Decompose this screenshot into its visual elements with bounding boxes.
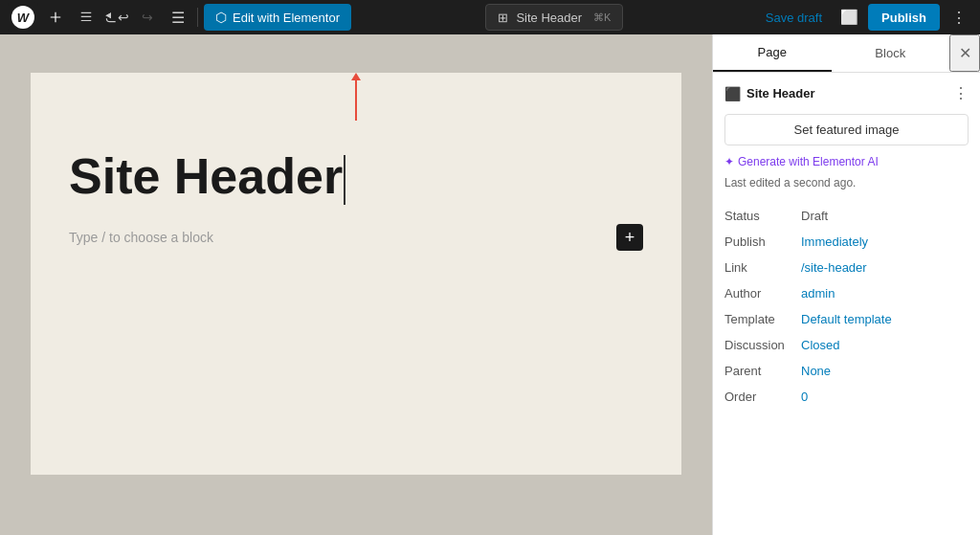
meta-table: StatusDraftPublishImmediatelyLink/site-h…	[724, 203, 969, 410]
meta-value[interactable]: Immediately	[801, 229, 969, 255]
shortcut-badge: ⌘K	[593, 11, 611, 24]
site-header-tab-label: Site Header	[516, 11, 582, 25]
site-header-icon: ⊞	[498, 11, 508, 25]
meta-row: StatusDraft	[724, 203, 969, 229]
section-title-text: Site Header	[746, 86, 815, 100]
tools-button[interactable]	[73, 4, 100, 31]
block-placeholder-row: Type / to choose a block +	[69, 224, 643, 251]
toolbar-divider	[197, 8, 198, 27]
meta-row: PublishImmediately	[724, 229, 969, 255]
page-title-heading[interactable]: Site Header	[69, 149, 643, 205]
meta-value[interactable]: Default template	[801, 306, 969, 332]
meta-value[interactable]: /site-header	[801, 255, 969, 280]
toolbar-center: ⊞ Site Header ⌘K	[355, 4, 754, 31]
meta-label: Link	[724, 255, 801, 280]
meta-value[interactable]: admin	[801, 280, 969, 306]
meta-row: Authoradmin	[724, 280, 969, 306]
document-overview-button[interactable]: ☰	[165, 4, 191, 31]
elementor-btn-label: Edit with Elementor	[233, 11, 340, 25]
set-featured-image-button[interactable]: Set featured image	[724, 114, 969, 145]
panel-tabs: Page Block ✕	[713, 34, 980, 73]
panel-section-header: ⬛ Site Header ⋮	[724, 84, 969, 102]
meta-value[interactable]: Closed	[801, 332, 969, 358]
page-title-text: Site Header	[69, 148, 343, 204]
site-header-tab[interactable]: ⊞ Site Header ⌘K	[485, 4, 623, 31]
last-edited-text: Last edited a second ago.	[724, 176, 969, 189]
section-icon: ⬛	[724, 86, 741, 101]
redo-button[interactable]: ↪	[134, 4, 161, 31]
text-cursor	[344, 155, 345, 205]
ai-generate-label: Generate with Elementor AI	[738, 155, 879, 168]
block-placeholder-text[interactable]: Type / to choose a block	[69, 230, 213, 245]
add-block-inline-button[interactable]: +	[616, 224, 643, 251]
meta-value[interactable]: 0	[801, 384, 969, 410]
elementor-icon: ⬡	[215, 10, 227, 25]
arrow-line	[355, 80, 357, 121]
device-preview-button[interactable]: ⬜	[835, 4, 862, 31]
meta-value: Draft	[801, 203, 969, 229]
meta-row: TemplateDefault template	[724, 306, 969, 332]
more-options-button[interactable]: ⋮	[946, 4, 972, 31]
right-panel: Page Block ✕ ⬛ Site Header ⋮ Set feature…	[712, 34, 980, 535]
meta-label: Discussion	[724, 332, 801, 358]
meta-label: Author	[724, 280, 801, 306]
panel-section-title: ⬛ Site Header	[724, 86, 815, 101]
panel-body: ⬛ Site Header ⋮ Set featured image ✦ Gen…	[713, 73, 980, 535]
panel-close-button[interactable]: ✕	[949, 34, 980, 72]
wp-logo-button[interactable]: W	[8, 2, 38, 33]
ai-generate-link[interactable]: ✦ Generate with Elementor AI	[724, 155, 969, 168]
canvas-content: Site Header Type / to choose a block +	[31, 73, 681, 475]
wp-logo-text: W	[17, 11, 29, 24]
save-draft-button[interactable]: Save draft	[758, 11, 830, 25]
meta-row: Order0	[724, 384, 969, 410]
meta-label: Parent	[724, 358, 801, 384]
meta-label: Status	[724, 203, 801, 229]
meta-value[interactable]: None	[801, 358, 969, 384]
meta-label: Order	[724, 384, 801, 410]
main-toolbar: W ↩ ↪ ☰ ⬡ Edit with Elementor ⊞ Site Hea…	[0, 0, 980, 34]
canvas-arrow	[351, 73, 361, 121]
meta-row: DiscussionClosed	[724, 332, 969, 358]
meta-label: Publish	[724, 229, 801, 255]
tab-page[interactable]: Page	[713, 34, 832, 72]
meta-row: ParentNone	[724, 358, 969, 384]
meta-row: Link/site-header	[724, 255, 969, 280]
wp-logo-circle: W	[11, 6, 34, 29]
arrow-up-head	[351, 73, 361, 80]
tab-block[interactable]: Block	[832, 34, 950, 72]
publish-button[interactable]: Publish	[868, 4, 940, 31]
undo-button[interactable]: ↩	[103, 4, 130, 31]
main-area: Site Header Type / to choose a block + P…	[0, 34, 980, 535]
canvas-area: Site Header Type / to choose a block +	[0, 34, 712, 535]
edit-with-elementor-button[interactable]: ⬡ Edit with Elementor	[204, 4, 351, 31]
section-more-button[interactable]: ⋮	[953, 84, 969, 102]
ai-sparkle-icon: ✦	[724, 155, 734, 168]
toolbar-right: Save draft ⬜ Publish ⋮	[758, 4, 972, 31]
add-block-toolbar-button[interactable]	[42, 4, 69, 31]
meta-label: Template	[724, 306, 801, 332]
